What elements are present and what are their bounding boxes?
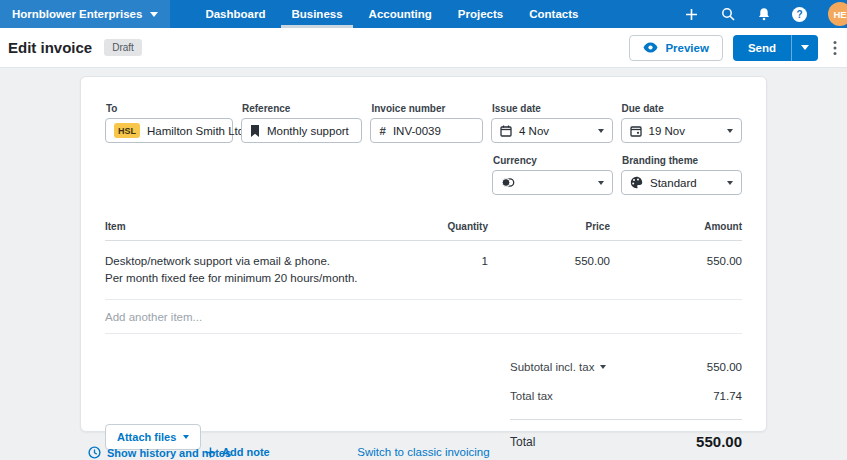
add-item-input[interactable]: Add another item... bbox=[105, 300, 742, 334]
status-badge: Draft bbox=[104, 39, 142, 56]
nav-contacts[interactable]: Contacts bbox=[521, 0, 586, 28]
subtotal-dropdown[interactable]: Subtotal incl. tax bbox=[510, 361, 606, 373]
topbar-icons: ? HE bbox=[684, 0, 847, 28]
bookmark-icon bbox=[250, 125, 260, 137]
chevron-down-icon bbox=[801, 45, 809, 50]
send-button[interactable]: Send bbox=[733, 35, 791, 61]
search-icon[interactable] bbox=[720, 7, 735, 22]
page-title: Edit invoice bbox=[8, 39, 92, 56]
chevron-down-icon bbox=[183, 435, 189, 439]
subtotal-row: Subtotal incl. tax 550.00 bbox=[510, 361, 742, 373]
invoice-number-input[interactable]: # INV-0039 bbox=[370, 118, 483, 143]
org-switcher[interactable]: Hornblower Enterprises bbox=[0, 0, 170, 28]
org-name: Hornblower Enterprises bbox=[12, 8, 142, 20]
to-field: To HSL Hamilton Smith Ltd × bbox=[105, 103, 233, 143]
issue-date-input[interactable]: 4 Nov bbox=[491, 118, 612, 143]
line-items-table: Item Quantity Price Amount Desktop/netwo… bbox=[105, 221, 742, 334]
calendar-icon bbox=[630, 125, 642, 137]
due-date-input[interactable]: 19 Nov bbox=[621, 118, 742, 143]
item-description: Desktop/network support via email & phon… bbox=[105, 253, 398, 287]
help-icon[interactable]: ? bbox=[792, 7, 807, 22]
total-tax-value: 71.74 bbox=[713, 390, 742, 402]
content-area: To HSL Hamilton Smith Ltd × Reference Mo… bbox=[0, 68, 847, 460]
add-note-link[interactable]: Add note bbox=[205, 446, 270, 458]
bell-icon[interactable] bbox=[756, 7, 771, 22]
chevron-down-icon bbox=[727, 129, 733, 133]
send-dropdown-button[interactable] bbox=[791, 35, 818, 61]
calendar-icon bbox=[500, 125, 512, 137]
send-split-button: Send bbox=[733, 35, 818, 61]
table-header: Item Quantity Price Amount bbox=[105, 221, 742, 241]
history-icon bbox=[88, 446, 101, 459]
due-date-field: Due date 19 Nov bbox=[621, 103, 742, 143]
total-tax-row: Total tax 71.74 bbox=[510, 390, 742, 402]
plus-icon[interactable] bbox=[684, 7, 699, 22]
item-quantity: 1 bbox=[398, 253, 488, 270]
chevron-down-icon bbox=[727, 181, 733, 185]
table-row[interactable]: Desktop/network support via email & phon… bbox=[105, 241, 742, 300]
footer-links: Show history and notes Add note Switch t… bbox=[80, 446, 767, 460]
subtotal-value: 550.00 bbox=[707, 361, 742, 373]
branding-theme-select[interactable]: Standard bbox=[621, 170, 742, 195]
coins-icon bbox=[501, 176, 515, 189]
contact-name: Hamilton Smith Ltd bbox=[147, 125, 244, 137]
topbar: Hornblower Enterprises Dashboard Busines… bbox=[0, 0, 847, 28]
card-bottom: Attach files Subtotal incl. tax 550.00 T… bbox=[105, 361, 742, 450]
header-actions: Preview Send bbox=[629, 35, 837, 61]
invoice-fields-row-2: Currency Branding theme Standard bbox=[492, 155, 742, 195]
totals-panel: Subtotal incl. tax 550.00 Total tax 71.7… bbox=[510, 361, 742, 450]
switch-classic-link[interactable]: Switch to classic invoicing bbox=[357, 446, 489, 458]
item-price: 550.00 bbox=[488, 253, 610, 270]
avatar[interactable]: HE bbox=[828, 2, 847, 26]
nav-accounting[interactable]: Accounting bbox=[361, 0, 440, 28]
hash-icon: # bbox=[379, 125, 385, 137]
page-header: Edit invoice Draft Preview Send bbox=[0, 28, 847, 68]
invoice-card: To HSL Hamilton Smith Ltd × Reference Mo… bbox=[80, 76, 767, 432]
invoice-fields-row-1: To HSL Hamilton Smith Ltd × Reference Mo… bbox=[105, 103, 742, 143]
branding-theme-field: Branding theme Standard bbox=[621, 155, 742, 195]
issue-date-field: Issue date 4 Nov bbox=[491, 103, 612, 143]
contact-chip: HSL bbox=[114, 123, 140, 138]
item-amount: 550.00 bbox=[610, 253, 742, 270]
chevron-down-icon bbox=[600, 365, 606, 369]
reference-input[interactable]: Monthly support bbox=[241, 118, 362, 143]
preview-button[interactable]: Preview bbox=[629, 35, 722, 61]
to-input[interactable]: HSL Hamilton Smith Ltd × bbox=[105, 118, 233, 143]
chevron-down-icon bbox=[150, 12, 158, 17]
chevron-down-icon bbox=[598, 129, 604, 133]
invoice-number-field: Invoice number # INV-0039 bbox=[370, 103, 483, 143]
currency-select[interactable] bbox=[492, 170, 613, 195]
palette-icon bbox=[630, 176, 643, 189]
currency-field: Currency bbox=[492, 155, 613, 195]
eye-icon bbox=[643, 42, 658, 53]
plus-icon bbox=[205, 447, 216, 458]
reference-field: Reference Monthly support bbox=[241, 103, 362, 143]
main-nav: Dashboard Business Accounting Projects C… bbox=[192, 0, 591, 28]
nav-business[interactable]: Business bbox=[283, 0, 350, 28]
chevron-down-icon bbox=[598, 181, 604, 185]
more-options-icon[interactable] bbox=[833, 40, 837, 56]
nav-dashboard[interactable]: Dashboard bbox=[197, 0, 273, 28]
nav-projects[interactable]: Projects bbox=[450, 0, 511, 28]
